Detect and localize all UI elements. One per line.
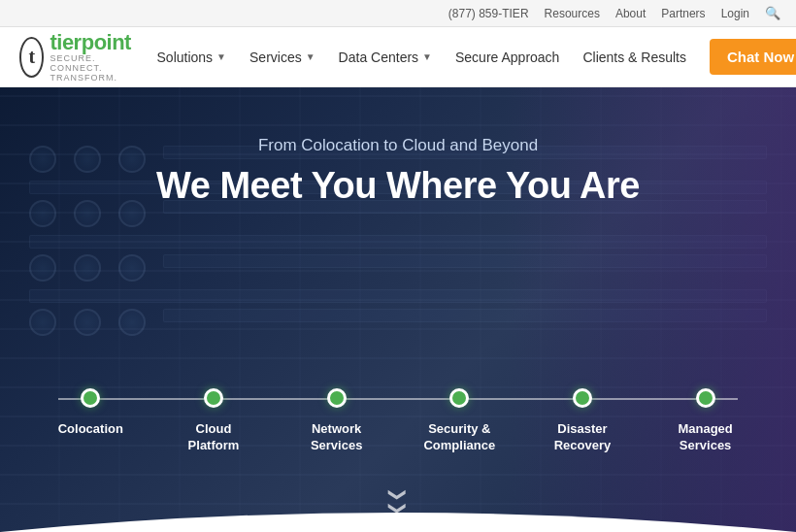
- chat-now-button[interactable]: Chat Now: [710, 39, 796, 75]
- logo-name-end: point: [82, 30, 131, 54]
- logo-name: tierpoint: [50, 32, 147, 53]
- hero-title: We Meet You Where You Are: [156, 165, 640, 207]
- login-link[interactable]: Login: [721, 7, 749, 20]
- timeline-dot: [696, 388, 715, 408]
- service-timeline: Colocation CloudPlatform NetworkServices…: [0, 388, 796, 454]
- timeline-label: ManagedServices: [678, 421, 732, 454]
- timeline-label: Colocation: [58, 421, 123, 438]
- nav-data-centers[interactable]: Data Centers ▼: [329, 44, 442, 71]
- main-navigation: t tierpoint Secure. Connect. Transform. …: [0, 27, 796, 87]
- timeline-colocation[interactable]: Colocation: [37, 388, 144, 438]
- logo-tagline: Secure. Connect. Transform.: [50, 53, 147, 83]
- nav-clients-results[interactable]: Clients & Results: [573, 44, 696, 71]
- nav-links: Solutions ▼ Services ▼ Data Centers ▼ Se…: [148, 39, 796, 75]
- timeline-dot: [573, 388, 592, 408]
- logo-text: tierpoint Secure. Connect. Transform.: [50, 32, 147, 83]
- hero-content: From Colocation to Cloud and Beyond We M…: [0, 87, 796, 532]
- bottom-curve: [0, 493, 796, 532]
- phone-number: (877) 859-TIER: [448, 7, 529, 20]
- timeline-network-services[interactable]: NetworkServices: [283, 388, 390, 454]
- chevron-down-icon: ▼: [422, 51, 432, 62]
- chevron-down-icon: ▼: [216, 51, 226, 62]
- about-link[interactable]: About: [615, 7, 646, 20]
- hero-section: From Colocation to Cloud and Beyond We M…: [0, 87, 796, 532]
- timeline-label: CloudPlatform: [188, 421, 240, 454]
- logo[interactable]: t tierpoint Secure. Connect. Transform.: [19, 32, 148, 83]
- timeline-label: Security &Compliance: [423, 421, 495, 454]
- timeline-cloud-platform[interactable]: CloudPlatform: [160, 388, 267, 454]
- search-icon[interactable]: 🔍: [765, 6, 780, 20]
- logo-name-start: tier: [50, 30, 81, 54]
- nav-solutions[interactable]: Solutions ▼: [148, 44, 237, 71]
- timeline-managed-services[interactable]: ManagedServices: [652, 388, 759, 454]
- nav-services[interactable]: Services ▼: [240, 44, 325, 71]
- utility-bar: (877) 859-TIER Resources About Partners …: [0, 0, 796, 27]
- hero-subtitle: From Colocation to Cloud and Beyond: [258, 136, 538, 155]
- partners-link[interactable]: Partners: [661, 7, 705, 20]
- timeline-dot: [204, 388, 223, 408]
- timeline-label: DisasterRecovery: [554, 421, 612, 454]
- chevron-down-icon: ▼: [306, 51, 315, 62]
- logo-t-letter: t: [28, 46, 35, 68]
- nav-secure-approach[interactable]: Secure Approach: [446, 44, 569, 71]
- resources-link[interactable]: Resources: [545, 7, 600, 20]
- logo-circle: t: [19, 37, 44, 78]
- timeline-dot: [81, 388, 100, 408]
- timeline-dot: [449, 388, 469, 408]
- timeline-dot: [327, 388, 347, 408]
- timeline-security-compliance[interactable]: Security &Compliance: [406, 388, 513, 454]
- timeline-disaster-recovery[interactable]: DisasterRecovery: [529, 388, 636, 454]
- timeline-label: NetworkServices: [311, 421, 363, 454]
